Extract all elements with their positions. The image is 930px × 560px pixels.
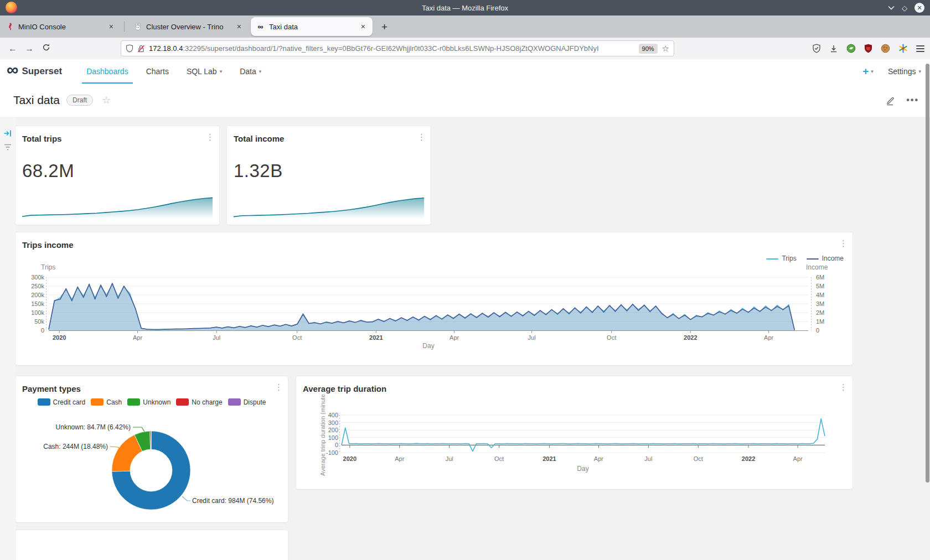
svg-text:2022: 2022: [684, 334, 697, 341]
nav-item-charts[interactable]: Charts: [146, 59, 169, 84]
svg-text:Jul: Jul: [528, 334, 536, 341]
svg-text:50k: 50k: [34, 318, 44, 325]
svg-text:Oct: Oct: [292, 334, 302, 341]
card-avg-trip-duration: Average trip duration ⋮ Average trinp du…: [296, 376, 852, 489]
svg-text:Jul: Jul: [446, 455, 453, 462]
svg-text:250k: 250k: [31, 283, 44, 289]
svg-text:300k: 300k: [31, 274, 44, 281]
chart-title: Total income: [234, 134, 284, 143]
tab-separator: [124, 22, 125, 32]
svg-text:2020: 2020: [53, 334, 66, 341]
back-button[interactable]: ←: [4, 44, 21, 54]
minio-logo-icon: [6, 23, 14, 31]
tab-close-icon[interactable]: ×: [235, 23, 243, 30]
sparkline-chart: [234, 195, 424, 218]
svg-text:Jul: Jul: [213, 334, 220, 341]
svg-text:2M: 2M: [816, 309, 824, 316]
downloads-icon[interactable]: [829, 44, 838, 53]
settings-menu[interactable]: Settings ▾: [888, 67, 921, 76]
chart-kebab-menu-icon[interactable]: ⋮: [417, 133, 425, 141]
svg-text:0: 0: [816, 327, 819, 334]
zoom-level-badge[interactable]: 90%: [639, 44, 658, 54]
svg-text:100: 100: [328, 434, 338, 441]
window-minimize-icon[interactable]: [888, 6, 895, 10]
edit-pencil-icon[interactable]: [885, 95, 895, 106]
tab-close-icon[interactable]: ×: [107, 23, 115, 30]
url-bar[interactable]: 172.18.0.4 :32295/superset/dashboard/1/?…: [121, 40, 674, 56]
privacy-extension-icon[interactable]: [846, 44, 856, 53]
insecure-lock-icon[interactable]: [137, 44, 146, 53]
superset-navbar: ∞ Superset Dashboards Charts SQL Lab ▾ D…: [0, 59, 930, 84]
browser-tab-minio[interactable]: MinIO Console ×: [0, 17, 121, 36]
svg-text:Unknown: 84.7M (6.42%): Unknown: 84.7M (6.42%): [56, 423, 131, 431]
chevron-down-icon: ▾: [871, 69, 874, 74]
svg-text:Oct: Oct: [494, 455, 504, 462]
svg-text:4M: 4M: [816, 292, 824, 298]
svg-text:Apr: Apr: [793, 455, 803, 462]
card-payment-types: Payment types ⋮ Credit cardCashUnknownNo…: [16, 376, 288, 522]
nav-item-data[interactable]: Data ▾: [240, 59, 261, 84]
svg-text:200: 200: [328, 427, 338, 433]
svg-text:Apr: Apr: [594, 455, 603, 462]
card-trips-income: Trips income ⋮ TripsIncome Trips Income …: [16, 232, 852, 365]
svg-text:Oct: Oct: [607, 334, 616, 341]
tab-strip: MinIO Console × Cluster Overview - Trino…: [0, 15, 930, 38]
tracking-shield-icon[interactable]: [126, 44, 133, 53]
dashboard-body: Total trips ⋮ 68.2M Total income ⋮ 1.32B…: [0, 117, 930, 560]
big-number-value: 1.32B: [234, 160, 283, 182]
cookie-extension-icon[interactable]: [881, 44, 890, 53]
nav-item-sql-lab[interactable]: SQL Lab ▾: [187, 59, 222, 84]
firefox-logo-icon: [6, 2, 17, 13]
svg-text:Apr: Apr: [764, 334, 773, 341]
window-maximize-icon[interactable]: ◇: [902, 4, 907, 12]
add-new-button[interactable]: +▾: [862, 65, 874, 77]
svg-text:3M: 3M: [816, 300, 824, 307]
chart-kebab-menu-icon[interactable]: ⋮: [206, 133, 214, 141]
more-actions-icon[interactable]: •••: [906, 95, 919, 105]
window-title: Taxi data — Mozilla Firefox: [0, 4, 930, 12]
chevron-down-icon: ▾: [259, 69, 262, 74]
svg-text:400: 400: [328, 412, 338, 418]
expand-filter-bar-icon[interactable]: [3, 129, 12, 138]
bookmark-star-icon[interactable]: ☆: [662, 44, 669, 53]
sparkline-chart: [22, 195, 213, 218]
colorful-extension-icon[interactable]: [898, 44, 908, 53]
svg-text:Jul: Jul: [644, 455, 652, 462]
svg-text:0: 0: [41, 327, 44, 334]
svg-text:Oct: Oct: [694, 455, 703, 462]
nav-item-dashboards[interactable]: Dashboards: [86, 59, 128, 84]
menu-hamburger-icon[interactable]: [916, 45, 924, 52]
filter-rail: [0, 117, 16, 560]
tab-close-icon[interactable]: ×: [359, 23, 367, 30]
window-close-icon[interactable]: ✕: [914, 3, 924, 13]
x-axis-title: Day: [561, 465, 605, 473]
browser-toolbar: ← → 172.18.0.4 :32295/superset/dashboard…: [0, 38, 930, 60]
donut-chart: Unknown: 84.7M (6.42%)Cash: 244M (18.48%…: [16, 376, 288, 522]
svg-text:Credit card: 984M (74.56%): Credit card: 984M (74.56%): [192, 497, 273, 505]
svg-text:Cash: 244M (18.48%): Cash: 244M (18.48%): [43, 443, 108, 450]
browser-window: Taxi data — Mozilla Firefox ◇ ✕ MinIO Co…: [0, 0, 930, 560]
card-total-trips: Total trips ⋮ 68.2M: [16, 126, 219, 225]
chevron-down-icon: ▾: [918, 69, 921, 74]
scrollbar-thumb[interactable]: [926, 64, 929, 483]
svg-text:2021: 2021: [369, 334, 383, 341]
forward-button[interactable]: →: [21, 44, 38, 54]
svg-text:0: 0: [335, 442, 338, 448]
svg-text:150k: 150k: [31, 300, 44, 307]
dashboard-header: Taxi data Draft ☆ •••: [0, 84, 930, 117]
tab-title: Cluster Overview - Trino: [146, 23, 235, 31]
filter-icon[interactable]: [3, 143, 12, 151]
chart-title: Total trips: [22, 134, 61, 143]
browser-tab-trino[interactable]: Cluster Overview - Trino ×: [128, 17, 249, 36]
svg-text:-100: -100: [326, 449, 338, 456]
protections-shield-icon[interactable]: [812, 44, 821, 53]
svg-text:5M: 5M: [816, 283, 824, 289]
new-tab-button[interactable]: +: [375, 22, 394, 32]
favorite-star-icon[interactable]: ☆: [102, 94, 111, 106]
browser-tab-taxi-data[interactable]: ∞ Taxi data ×: [251, 17, 373, 36]
ublock-shield-icon[interactable]: [864, 44, 872, 53]
chevron-down-icon: ▾: [220, 69, 223, 74]
tab-title: Taxi data: [269, 23, 359, 31]
reload-button[interactable]: [38, 43, 54, 54]
svg-text:100k: 100k: [31, 309, 44, 316]
